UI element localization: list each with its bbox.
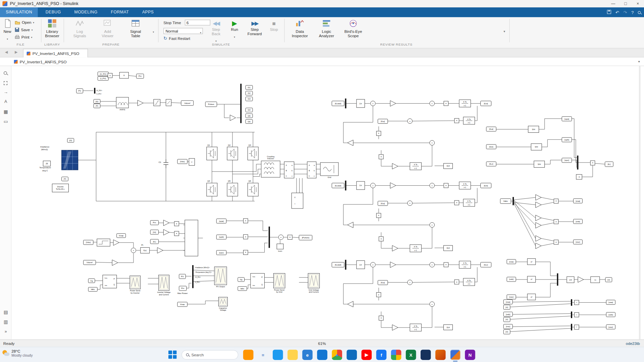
taskbar-simulink-icon[interactable] xyxy=(450,350,461,360)
signal-tag[interactable]: [upc] xyxy=(562,158,572,162)
scope-block[interactable]: Inverter Voltageand Current xyxy=(157,275,170,295)
mux[interactable] xyxy=(513,197,514,205)
signal-tag[interactable]: [IL] xyxy=(605,162,613,167)
image-icon[interactable]: ▦ xyxy=(0,109,11,115)
fast-restart-toggle[interactable]: ↻ Fast Restart xyxy=(163,36,190,41)
signal-tag[interactable]: [usa] xyxy=(606,300,615,304)
measVI-block[interactable]: VI xyxy=(291,193,303,209)
gain-block[interactable] xyxy=(392,245,398,251)
product-block[interactable]: × xyxy=(376,131,381,135)
discrete-integrator-block[interactable]: K Tsz-1 xyxy=(463,117,475,124)
mux[interactable] xyxy=(345,181,346,190)
mux[interactable] xyxy=(269,227,270,248)
property-inspector-icon[interactable]: ▤ xyxy=(0,309,11,315)
gain-block[interactable] xyxy=(347,222,353,228)
signal-tag[interactable]: Vdcref xyxy=(181,101,194,106)
taskbar-excel-icon[interactable]: X xyxy=(406,350,416,360)
signal-tag[interactable]: G5 xyxy=(246,114,253,118)
maximize-button[interactable]: □ xyxy=(620,0,632,7)
taskbar-matlab-icon[interactable] xyxy=(435,350,446,360)
new-button[interactable]: New▾ xyxy=(1,19,14,41)
product-block[interactable]: × xyxy=(174,222,179,226)
signal-table-button[interactable]: Signal Table xyxy=(123,19,148,38)
product-block[interactable]: × xyxy=(554,219,558,224)
sat-block[interactable] xyxy=(154,99,160,106)
gain-block[interactable] xyxy=(536,236,541,241)
signal-tag[interactable]: [V] xyxy=(503,317,510,322)
taskbar-search[interactable]: Search xyxy=(181,350,238,359)
capacitor[interactable] xyxy=(163,159,168,168)
product-block[interactable]: × xyxy=(444,183,448,188)
prepare-gallery-caret[interactable]: ▾ xyxy=(153,31,154,34)
area-box-icon[interactable]: ▭ xyxy=(0,119,11,124)
plain-block[interactable]: Icom xyxy=(277,244,283,252)
discrete-integrator-block[interactable]: K Tsz-1 xyxy=(410,245,421,252)
signal-tag[interactable]: [Pulses] xyxy=(299,235,312,240)
annotation-text-icon[interactable]: A xyxy=(0,99,11,104)
signal-tag[interactable]: Pm xyxy=(150,221,158,225)
discrete-integrator-block[interactable]: K Tsz-1 xyxy=(459,100,471,107)
open-button[interactable]: Open▾ xyxy=(15,19,34,25)
signal-tag[interactable]: [Vdc] xyxy=(84,240,93,244)
mux[interactable] xyxy=(571,324,572,330)
undo-icon[interactable]: ↶ xyxy=(615,8,619,16)
step-forward-button[interactable]: ▶▶ Step Forward xyxy=(245,19,265,36)
signal-tag[interactable]: PV xyxy=(76,88,83,93)
signal-tag[interactable]: [Vdc] xyxy=(177,159,187,164)
product-block[interactable]: × xyxy=(379,237,383,241)
step-back-button[interactable]: ◀◀ Step Back▾ xyxy=(207,19,224,44)
block[interactable]: 1/z xyxy=(357,181,365,189)
block[interactable]: S/H xyxy=(531,144,542,150)
expand-panel-icon[interactable]: » xyxy=(0,329,11,334)
mux[interactable] xyxy=(557,274,558,286)
signal-tag[interactable]: [V] xyxy=(503,329,510,334)
gain-block[interactable] xyxy=(112,260,118,265)
signal-tag[interactable]: [I_PV] xyxy=(98,76,108,80)
sum-block[interactable]: + xyxy=(408,119,413,124)
sum-block[interactable]: + xyxy=(408,280,413,285)
signal-tag[interactable]: Vcap xyxy=(177,302,187,306)
help-icon[interactable]: ? xyxy=(631,8,634,16)
product-block[interactable]: × xyxy=(554,199,558,203)
product-block[interactable]: × xyxy=(379,155,383,159)
block[interactable]: S/H xyxy=(528,126,539,133)
signal-tag[interactable]: Pm xyxy=(179,286,186,290)
product-block[interactable]: × xyxy=(590,161,595,165)
gain-block[interactable] xyxy=(578,277,584,282)
taskbar-chrome-icon[interactable]: ● xyxy=(332,350,342,360)
block[interactable]: 1/3 xyxy=(567,277,574,283)
taskbar-onenote-icon[interactable]: N xyxy=(465,350,475,360)
model-tab[interactable]: PV_Inverter1_ANFIS_PSO xyxy=(23,49,88,58)
signal-tag[interactable]: [V] xyxy=(503,305,510,309)
gain-block[interactable] xyxy=(390,101,396,106)
gain-block[interactable] xyxy=(163,229,169,235)
block[interactable]: u² xyxy=(527,276,535,282)
signal-tag[interactable]: Iabc xyxy=(88,287,97,291)
product-block[interactable]: ÷ xyxy=(574,300,579,305)
stop-time-input[interactable] xyxy=(185,20,210,25)
signal-tag[interactable]: [vsb] xyxy=(507,277,516,282)
discrete-integrator-block[interactable]: K Tsz-1 xyxy=(459,182,471,189)
taskbar-facebook-icon[interactable]: f xyxy=(376,350,387,360)
sum-block[interactable]: + xyxy=(131,248,136,253)
mux[interactable] xyxy=(192,265,194,288)
taskbar-twitter-icon[interactable] xyxy=(273,350,283,360)
signal-tag[interactable]: [vsa] xyxy=(573,199,582,203)
breadcrumb-label[interactable]: PV_Inverter1_ANFIS_PSO xyxy=(20,60,67,64)
meas3-block[interactable]: ABCabc xyxy=(284,162,294,178)
signal-tag[interactable]: Vcap xyxy=(117,234,126,238)
gain-block[interactable] xyxy=(347,140,353,146)
model-data-icon[interactable]: ▥ xyxy=(0,319,11,325)
gain-block[interactable] xyxy=(230,115,236,121)
signal-tag[interactable]: [upa] xyxy=(562,117,572,121)
stop-button[interactable]: ■ Stop xyxy=(267,19,281,32)
block[interactable]: 3 xyxy=(576,174,582,179)
signal-tag[interactable]: Iabc xyxy=(238,287,247,291)
logic-analyzer-button[interactable]: Logic Analyzer xyxy=(314,19,339,38)
print-button[interactable]: Print▾ xyxy=(15,34,32,40)
signal-tag[interactable]: [ILoad] xyxy=(332,101,344,106)
sum-block[interactable]: + xyxy=(430,262,435,267)
taskbar-firefox-icon[interactable] xyxy=(243,350,254,360)
signal-tag[interactable]: [T] xyxy=(62,177,68,181)
signal-tag[interactable]: [usc] xyxy=(606,325,615,329)
